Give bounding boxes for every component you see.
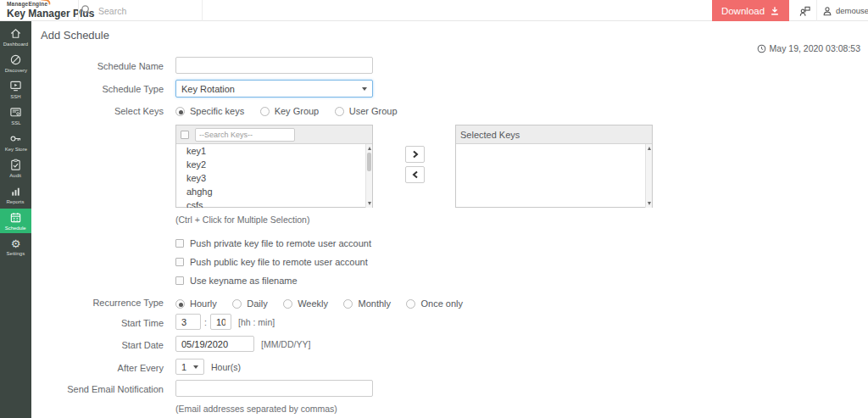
user-icon [822,6,832,16]
email-hint: (Email addresses separated by commas) [175,404,337,414]
after-every-select[interactable]: 1 [175,359,204,375]
selected-keys-scrollbar[interactable] [645,144,652,208]
radio-user-group[interactable] [335,107,344,116]
header-divider [78,0,79,21]
time-separator: : [204,317,207,327]
key-list-item[interactable]: key1 [176,144,372,158]
available-keys-header [176,125,372,144]
key-list-item[interactable]: key3 [176,171,372,185]
scrollbar-thumb [367,153,371,171]
selected-keys-panel: Selected Keys [455,125,653,208]
search-input[interactable] [98,6,192,16]
start-time-hint: [hh : min] [238,317,275,327]
start-time-minute-input[interactable] [210,314,231,330]
radio-hourly-label: Hourly [190,298,217,309]
email-notification-label: Send Email Notification [34,384,164,394]
start-time-label: Start Time [34,318,164,328]
sidebar-item-reports[interactable]: Reports [0,182,31,207]
radio-weekly-label: Weekly [298,298,328,309]
radio-monthly[interactable] [343,299,353,309]
email-notification-input[interactable] [175,380,373,397]
scroll-down-arrow-icon [368,202,371,205]
after-every-unit: Hour(s) [211,362,241,372]
chevron-down-icon [193,365,198,369]
sidebar-item-audit[interactable]: Audit [0,156,31,181]
key-list-item[interactable]: key2 [176,158,372,171]
sidebar-item-discovery[interactable]: Discovery [0,51,31,75]
reports-bar-chart-icon [9,185,22,198]
radio-once-only[interactable] [406,299,415,309]
schedule-type-label: Schedule Type [34,84,164,94]
key-icon [9,132,22,145]
keys-search-input[interactable] [195,128,295,142]
download-button-label: Download [721,6,765,16]
selected-keys-header: Selected Keys [456,125,652,144]
download-button[interactable]: Download [712,0,789,21]
radio-daily[interactable] [232,299,242,309]
key-list-item[interactable]: ahghg [176,185,372,198]
schedule-name-input[interactable] [175,57,373,74]
search-icon[interactable] [81,3,92,19]
recurrence-radio-group: Hourly Daily Weekly Monthly Once only [175,295,475,310]
clock-icon [757,44,766,53]
header-divider [816,0,817,21]
radio-daily-label: Daily [247,298,267,309]
use-keyname-option: Use keyname as filename [175,276,298,286]
recurrence-type-label: Recurrence Type [34,298,164,308]
server-time: May 19, 2020 03:08:53 [757,43,860,53]
use-keyname-checkbox[interactable] [175,276,184,285]
radio-hourly[interactable] [175,299,185,309]
schedule-name-label: Schedule Name [34,61,164,71]
chevron-right-icon [412,150,419,159]
select-keys-label: Select Keys [34,106,164,116]
start-time-hour-input[interactable] [175,314,201,330]
radio-key-group-label: Key Group [275,106,320,116]
sidebar-item-key-store[interactable]: Key Store [0,130,31,154]
after-every-label: After Every [34,363,164,373]
header-divider [202,0,203,21]
user-menu[interactable]: demouser [822,0,868,21]
start-date-hint: [MM/DD/YY] [261,339,310,349]
gear-icon: ⚙ [11,238,21,249]
start-date-input[interactable] [175,336,254,352]
select-all-keys-checkbox[interactable] [181,131,189,139]
sidebar-item-schedule[interactable]: Schedule [0,209,31,233]
move-right-button[interactable] [405,146,425,163]
sidebar-item-dashboard[interactable]: Dashboard [0,25,31,49]
schedule-type-select[interactable]: Key Rotation [175,80,373,98]
sidebar-item-ssh[interactable]: SSH [0,77,31,102]
feedback-icon[interactable] [795,3,814,20]
available-keys-panel: key1 key2 key3 ahghg csfs [175,125,373,208]
multi-select-hint: (Ctrl + Click for Multiple Selection) [175,215,309,225]
radio-key-group[interactable] [260,107,270,116]
scroll-up-arrow-icon [368,147,371,150]
ssh-terminal-icon [9,80,22,92]
move-left-button[interactable] [405,166,425,183]
top-header: ManageEngine Key Manager Plus Download d… [0,0,868,21]
push-private-key-checkbox[interactable] [175,239,184,248]
keys-list-scrollbar[interactable] [365,144,372,208]
push-private-key-label: Push private key file to remote user acc… [190,238,371,248]
page-title: Add Schedule [41,29,109,42]
radio-user-group-label: User Group [349,106,398,116]
sidebar-nav: Dashboard Discovery SSH SSL Key Store Au… [0,21,31,418]
home-icon [9,27,22,40]
radio-specific-keys[interactable] [175,107,185,116]
push-public-key-checkbox[interactable] [175,258,184,266]
key-list-item[interactable]: csfs [176,198,372,208]
sidebar-item-settings[interactable]: ⚙ Settings [0,235,31,259]
select-keys-radio-group: Specific keys Key Group User Group [175,103,409,118]
available-keys-list: key1 key2 key3 ahghg csfs [176,144,372,208]
push-private-key-option: Push private key file to remote user acc… [175,238,371,248]
radio-weekly[interactable] [283,299,292,309]
global-search [81,0,192,21]
start-date-label: Start Date [34,340,164,350]
chevron-down-icon [362,87,367,91]
download-icon [770,6,780,16]
selected-keys-list [456,144,652,208]
radio-monthly-label: Monthly [358,298,391,309]
app-window: ManageEngine Key Manager Plus Download d… [0,0,868,418]
audit-clipboard-icon [9,159,22,171]
schedule-type-value: Key Rotation [181,84,362,94]
sidebar-item-ssl[interactable]: SSL [0,103,31,128]
